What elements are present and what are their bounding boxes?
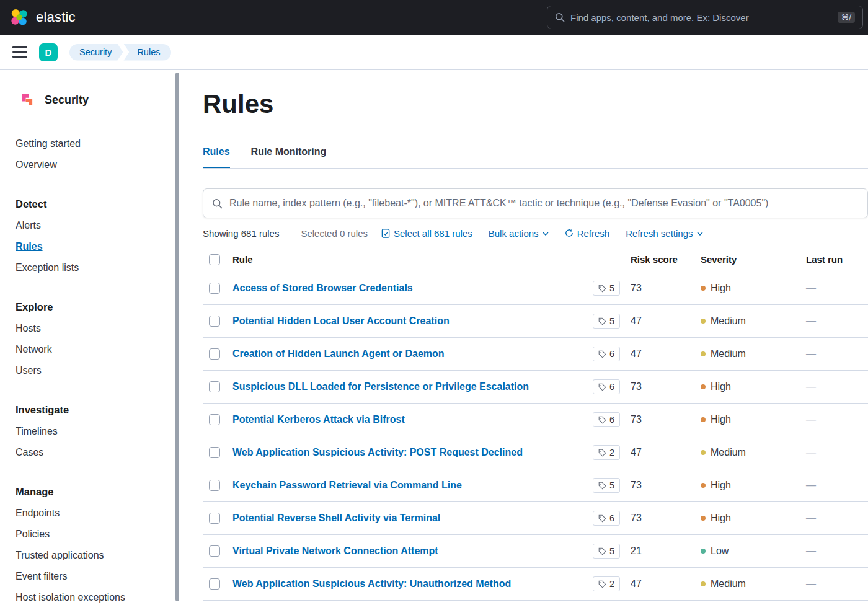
- tag-icon: [598, 383, 606, 391]
- severity: Medium: [693, 447, 806, 458]
- sidebar-item-overview[interactable]: Overview: [16, 154, 180, 175]
- search-icon: [555, 12, 565, 22]
- global-search-input[interactable]: Find apps, content, and more. Ex: Discov…: [547, 6, 863, 29]
- severity: High: [693, 283, 806, 294]
- tab-rules[interactable]: Rules: [203, 144, 230, 168]
- sidebar-item-host-isolation-exceptions[interactable]: Host isolation exceptions: [16, 587, 180, 605]
- table-row: Creation of Hidden Launch Agent or Daemo…: [203, 338, 868, 371]
- tags-badge[interactable]: 6: [593, 412, 620, 427]
- rule-link[interactable]: Virtual Private Network Connection Attem…: [232, 545, 438, 556]
- risk-score: 47: [620, 447, 693, 458]
- space-badge[interactable]: D: [39, 43, 58, 61]
- sidebar-section-explore: Explore: [16, 298, 180, 316]
- row-checkbox[interactable]: [209, 545, 220, 557]
- menu-icon[interactable]: [12, 46, 27, 58]
- table-row: Access of Stored Browser Credentials573H…: [203, 272, 868, 305]
- tags-badge[interactable]: 6: [593, 347, 620, 361]
- select-all-button[interactable]: Select all 681 rules: [381, 228, 472, 239]
- sidebar-item-exception-lists[interactable]: Exception lists: [16, 257, 180, 278]
- sidebar-item-trusted-applications[interactable]: Trusted applications: [16, 545, 180, 566]
- row-checkbox[interactable]: [209, 348, 220, 360]
- severity-dot-icon: [701, 417, 706, 422]
- main-content: Rules RulesRule Monitoring Rule name, in…: [180, 70, 868, 605]
- tab-rule-monitoring[interactable]: Rule Monitoring: [251, 144, 327, 168]
- sidebar-item-alerts[interactable]: Alerts: [16, 215, 180, 236]
- breadcrumb-rules[interactable]: Rules: [123, 44, 171, 61]
- column-header-severity[interactable]: Severity: [693, 254, 806, 265]
- row-checkbox[interactable]: [209, 447, 220, 458]
- risk-score: 73: [620, 414, 693, 425]
- brand-name: elastic: [36, 9, 76, 25]
- row-checkbox[interactable]: [209, 381, 220, 392]
- sidebar-item-rules[interactable]: Rules: [16, 236, 180, 257]
- sidebar-item-policies[interactable]: Policies: [16, 524, 180, 545]
- showing-count: Showing 681 rules: [203, 228, 279, 239]
- bulk-actions-button[interactable]: Bulk actions: [489, 228, 549, 239]
- column-header-last-run[interactable]: Last run: [806, 254, 868, 265]
- column-header-risk-score[interactable]: Risk score: [620, 254, 693, 265]
- severity: Medium: [693, 578, 806, 590]
- tags-badge[interactable]: 6: [593, 379, 620, 394]
- last-run: —: [806, 513, 868, 524]
- tag-icon: [598, 580, 606, 588]
- tags-badge[interactable]: 5: [593, 281, 620, 296]
- sidebar-item-timelines[interactable]: Timelines: [16, 421, 180, 442]
- row-checkbox[interactable]: [209, 283, 220, 294]
- rule-link[interactable]: Potential Hidden Local User Account Crea…: [232, 316, 450, 326]
- row-checkbox[interactable]: [209, 578, 220, 590]
- rule-link[interactable]: Web Application Suspicious Activity: POS…: [232, 447, 523, 457]
- tags-badge[interactable]: 5: [593, 478, 620, 493]
- risk-score: 73: [620, 513, 693, 524]
- rule-link[interactable]: Suspicious DLL Loaded for Persistence or…: [232, 381, 529, 392]
- refresh-button[interactable]: Refresh: [565, 228, 610, 239]
- row-checkbox[interactable]: [209, 414, 220, 425]
- select-all-checkbox[interactable]: [209, 254, 220, 265]
- chevron-down-icon: [542, 232, 549, 236]
- severity: Low: [693, 545, 806, 557]
- chevron-down-icon: [697, 232, 703, 236]
- tags-count: 5: [609, 546, 614, 556]
- sidebar-item-network[interactable]: Network: [16, 339, 180, 360]
- rule-link[interactable]: Keychain Password Retrieval via Command …: [232, 480, 462, 490]
- sidebar-item-event-filters[interactable]: Event filters: [16, 566, 180, 587]
- rule-link[interactable]: Potential Reverse Shell Activity via Ter…: [232, 513, 440, 523]
- table-row: Web Application Suspicious Activity: Una…: [203, 568, 868, 601]
- sidebar-item-users[interactable]: Users: [16, 360, 180, 381]
- sidebar-scrollbar[interactable]: [175, 73, 179, 601]
- tags-count: 6: [609, 382, 614, 392]
- tags-count: 2: [609, 448, 614, 457]
- severity-dot-icon: [701, 351, 706, 356]
- sidebar-item-cases[interactable]: Cases: [16, 442, 180, 463]
- last-run: —: [806, 414, 868, 425]
- sidebar-item-endpoints[interactable]: Endpoints: [16, 503, 180, 524]
- select-all-icon: [381, 229, 390, 238]
- tags-badge[interactable]: 6: [593, 511, 620, 526]
- tags-badge[interactable]: 5: [593, 544, 620, 559]
- breadcrumb-security[interactable]: Security: [69, 44, 123, 61]
- tags-badge[interactable]: 2: [593, 576, 620, 591]
- sidebar-item-hosts[interactable]: Hosts: [16, 318, 180, 339]
- rule-link[interactable]: Access of Stored Browser Credentials: [232, 283, 413, 293]
- app-header: Security: [19, 89, 180, 111]
- tag-icon: [598, 416, 606, 424]
- column-header-rule[interactable]: Rule: [232, 254, 579, 265]
- rule-link[interactable]: Creation of Hidden Launch Agent or Daemo…: [232, 348, 445, 359]
- row-checkbox[interactable]: [209, 316, 220, 327]
- tags-badge[interactable]: 5: [593, 314, 620, 329]
- rule-link[interactable]: Web Application Suspicious Activity: Una…: [232, 578, 511, 589]
- sidebar-section-detect: Detect: [16, 195, 180, 213]
- tags-badge[interactable]: 2: [593, 445, 620, 460]
- severity: High: [693, 414, 806, 425]
- refresh-settings-button[interactable]: Refresh settings: [626, 228, 702, 239]
- rules-toolbar: Showing 681 rules Selected 0 rules Selec…: [203, 227, 868, 239]
- row-checkbox[interactable]: [209, 513, 220, 524]
- row-checkbox[interactable]: [209, 480, 220, 491]
- severity: High: [693, 381, 806, 392]
- sidebar-item-getting-started[interactable]: Getting started: [16, 133, 180, 154]
- severity: Medium: [693, 348, 806, 360]
- rule-link[interactable]: Potential Kerberos Attack via Bifrost: [232, 414, 405, 425]
- table-row: Potential Kerberos Attack via Bifrost673…: [203, 404, 868, 436]
- elastic-logo-icon[interactable]: [10, 8, 29, 27]
- rules-search-input[interactable]: Rule name, index pattern (e.g., "filebea…: [203, 188, 868, 218]
- tag-icon: [598, 317, 606, 325]
